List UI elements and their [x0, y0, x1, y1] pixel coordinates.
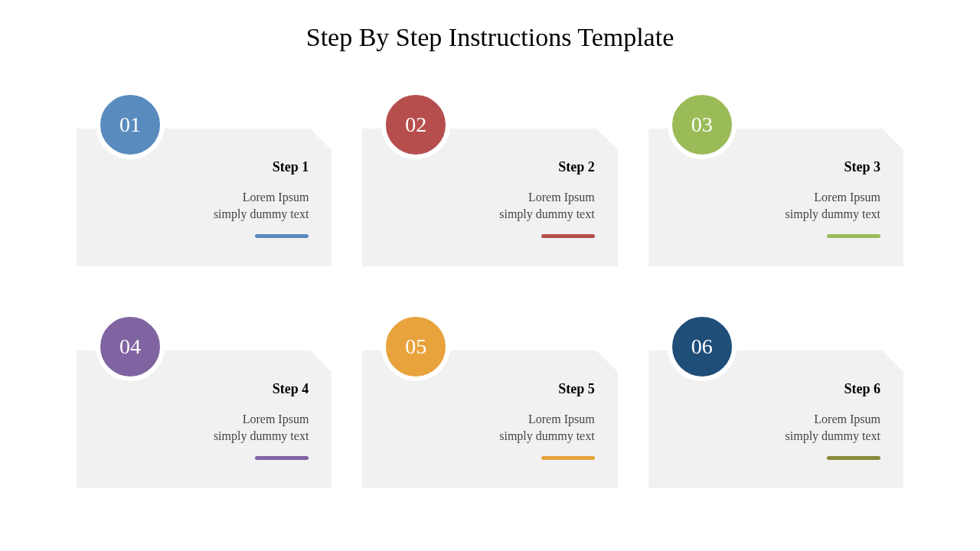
step-body: Lorem Ipsum simply dummy text	[385, 411, 594, 445]
step-5: Step 5 Lorem Ipsum simply dummy text 05	[362, 312, 617, 488]
step-body: Lorem Ipsum simply dummy text	[100, 189, 309, 223]
step-body: Lorem Ipsum simply dummy text	[671, 411, 880, 445]
step-2: Step 2 Lorem Ipsum simply dummy text 02	[362, 90, 617, 266]
step-title: Step 4	[100, 381, 309, 397]
step-underline	[827, 456, 880, 460]
step-underline	[541, 456, 595, 460]
step-number-badge: 05	[381, 312, 450, 381]
step-body: Lorem Ipsum simply dummy text	[100, 411, 309, 445]
step-1: Step 1 Lorem Ipsum simply dummy text 01	[77, 90, 332, 266]
step-body: Lorem Ipsum simply dummy text	[671, 189, 880, 223]
slide-title: Step By Step Instructions Template	[46, 23, 934, 52]
step-underline	[255, 234, 309, 238]
step-number-badge: 02	[381, 90, 450, 159]
step-underline	[541, 234, 595, 238]
step-body: Lorem Ipsum simply dummy text	[385, 189, 594, 223]
step-underline	[827, 234, 880, 238]
step-number-badge: 04	[96, 312, 165, 381]
step-number-badge: 06	[668, 312, 737, 381]
step-4: Step 4 Lorem Ipsum simply dummy text 04	[77, 312, 332, 488]
step-underline	[255, 456, 309, 460]
step-title: Step 3	[671, 159, 880, 175]
step-number-badge: 03	[668, 90, 737, 159]
step-title: Step 1	[100, 159, 309, 175]
step-6: Step 6 Lorem Ipsum simply dummy text 06	[648, 312, 903, 488]
step-number-badge: 01	[96, 90, 165, 159]
step-3: Step 3 Lorem Ipsum simply dummy text 03	[648, 90, 903, 266]
step-title: Step 2	[385, 159, 594, 175]
step-title: Step 6	[671, 381, 880, 397]
step-title: Step 5	[385, 381, 594, 397]
steps-grid: Step 1 Lorem Ipsum simply dummy text 01 …	[46, 90, 934, 488]
